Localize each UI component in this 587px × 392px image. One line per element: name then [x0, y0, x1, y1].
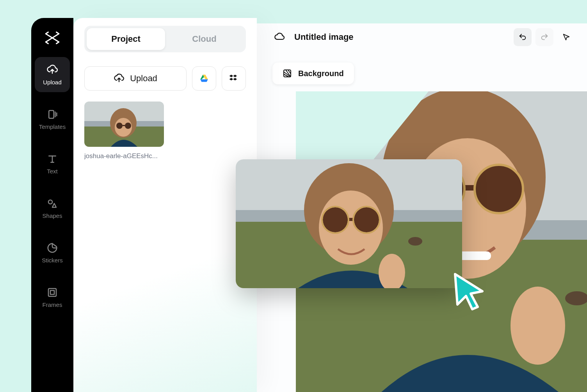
asset-thumbnail[interactable] [84, 102, 164, 147]
background-chip-label: Background [298, 69, 344, 78]
cloud-sync-icon[interactable] [274, 32, 285, 43]
svg-point-9 [116, 123, 123, 129]
upload-button[interactable]: Upload [84, 66, 187, 91]
svg-rect-2 [48, 289, 56, 296]
redo-button[interactable] [535, 28, 553, 46]
sidebar-label-templates: Templates [39, 123, 66, 130]
app-logo [44, 30, 60, 46]
sidebar-label-upload: Upload [43, 79, 62, 86]
sidebar-item-upload[interactable]: Upload [35, 57, 70, 92]
svg-point-10 [125, 123, 131, 129]
dropbox-button[interactable] [222, 66, 246, 91]
pointer-tool-button[interactable] [557, 28, 575, 46]
svg-rect-11 [123, 125, 125, 126]
svg-point-30 [408, 237, 422, 246]
svg-point-25 [511, 287, 565, 365]
svg-point-34 [354, 207, 379, 232]
google-drive-button[interactable] [192, 66, 216, 91]
tab-project[interactable]: Project [87, 28, 165, 50]
sidebar-item-frames[interactable]: Frames [35, 280, 70, 315]
tab-cloud[interactable]: Cloud [165, 28, 244, 50]
sidebar-item-templates[interactable]: Templates [35, 102, 70, 137]
undo-button[interactable] [514, 28, 532, 46]
panel-tabs: Project Cloud [84, 26, 246, 52]
asset-filename: joshua-earle-aGEEsHc... [84, 152, 164, 160]
assets-panel: Project Cloud Upload [73, 18, 257, 392]
google-drive-icon [199, 73, 209, 84]
svg-rect-3 [50, 290, 54, 294]
redo-icon [540, 33, 549, 41]
background-chip[interactable]: Background [272, 62, 354, 84]
svg-rect-0 [49, 110, 54, 118]
sidebar-label-shapes: Shapes [43, 212, 62, 219]
drag-preview [236, 159, 462, 288]
sidebar-label-stickers: Stickers [42, 257, 62, 264]
dropbox-icon [229, 73, 239, 84]
upload-cloud-icon [114, 73, 125, 84]
pointer-icon [562, 33, 571, 41]
svg-point-1 [48, 200, 52, 204]
background-icon [283, 69, 292, 78]
document-title[interactable]: Untitled image [294, 32, 510, 42]
sidebar-label-text: Text [47, 168, 58, 175]
upload-button-label: Upload [130, 73, 157, 84]
sidebar-item-shapes[interactable]: Shapes [35, 191, 70, 226]
sidebar-item-text[interactable]: Text [35, 146, 70, 181]
left-sidebar: Upload Templates Text Shapes Stickers Fr… [31, 18, 73, 392]
sidebar-label-frames: Frames [43, 301, 62, 308]
undo-icon [518, 33, 527, 41]
canvas-topbar: Untitled image [257, 23, 587, 51]
svg-point-33 [323, 207, 348, 232]
sidebar-item-stickers[interactable]: Stickers [35, 235, 70, 270]
